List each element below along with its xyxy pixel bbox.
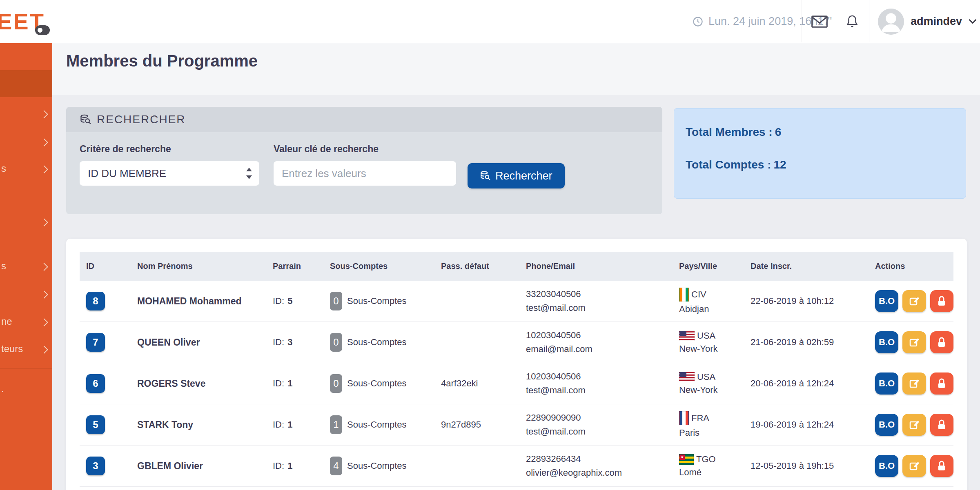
total-members: Total Membres :6 [686,126,781,139]
sidebar-item-label: ne [0,316,12,327]
lock-button[interactable] [930,455,953,477]
country-code: FRA [691,413,709,423]
lock-button[interactable] [930,331,953,353]
email: olivier@keographix.com [526,468,622,478]
search-button[interactable]: Rechercher [468,163,565,188]
sidebar-item[interactable] [0,133,52,150]
password-cell [433,446,519,486]
password-cell [433,322,519,363]
id-cell: 6 [80,363,131,404]
header-divider [869,0,869,42]
back-office-button[interactable]: B.O [875,290,898,312]
sidebar-footer-item[interactable]: . [0,381,52,397]
sidebar-item[interactable] [0,286,52,302]
sous-comptes-cell: 0 Sous-Comptes [323,363,433,404]
parrain-cell: ID:1 [265,446,323,486]
email: test@mail.com [526,385,586,396]
sidebar-item-label: s [0,163,6,174]
top-header: EET Lun. 24 juin 2019, 16h17' [0,0,980,43]
col-header-pays-ville: Pays/Ville [670,252,741,281]
lock-button[interactable] [930,414,953,436]
edit-icon [909,337,920,348]
sidebar-item[interactable]: teurs [0,341,52,357]
header-divider [802,0,802,42]
sous-comptes-cell: 4 Sous-Comptes [323,446,433,486]
col-header-phone-email: Phone/Email [519,252,670,281]
sidebar-toggle[interactable] [35,25,50,35]
id-cell: 8 [80,281,131,321]
chevron-right-icon [40,110,48,118]
user-menu[interactable]: admindev [878,0,977,43]
email: test@mail.com [526,303,586,313]
date-inscription-cell: 12-05-2019 à 19h:15 [741,446,855,486]
back-office-button[interactable]: B.O [875,331,898,353]
criteria-select[interactable]: ID DU MEMBRE [80,161,259,186]
search-panel: RECHERCHER Critère de recherche ID DU ME… [66,107,662,214]
app-logo: EET [0,0,45,43]
col-header-sous-comptes: Sous-Comptes [323,252,433,281]
edit-button[interactable] [902,290,926,312]
lock-button[interactable] [930,290,953,312]
sidebar-item-active[interactable] [0,70,52,97]
phone: 22893266434 [526,454,622,464]
phone-email-cell: 10203040506 test@mail.com [519,363,670,404]
sidebar-item[interactable]: s [0,160,52,177]
title-strip: Membres du Programme [52,43,980,95]
edit-button[interactable] [902,414,926,436]
chevron-right-icon [40,138,48,146]
sidebar-item[interactable]: ne [0,313,52,330]
edit-button[interactable] [902,372,926,395]
lock-icon [936,419,947,430]
city: Lomé [679,467,716,478]
parrain-cell: ID:5 [265,281,323,321]
search-panel-header: RECHERCHER [66,107,662,132]
edit-button[interactable] [902,455,926,477]
phone: 22890909090 [526,412,586,423]
back-office-button[interactable]: B.O [875,414,898,436]
database-search-icon [80,114,91,125]
email: test@mail.com [526,426,586,437]
lock-icon [936,337,947,348]
country-flag-icon [679,454,694,465]
phone: 10203040506 [526,330,592,341]
edit-icon [909,378,920,389]
actions-cell: B.O [855,446,953,486]
password-cell: 4arf32eki [433,363,519,404]
back-office-button[interactable]: B.O [875,455,898,477]
sidebar-nav: ssneteurs . [0,43,52,490]
sidebar-item[interactable] [0,213,52,230]
lock-button[interactable] [930,372,953,395]
members-table: ID Nom Prénoms Parrain Sous-Comptes Pass… [80,252,953,487]
chevron-right-icon [40,263,48,271]
sub-count-badge: 1 [330,415,342,434]
table-row: 3 GBLEM Olivier ID:1 4 Sous-Comptes 2289… [80,446,953,487]
member-id-badge: 7 [86,333,105,352]
database-search-icon [480,171,490,181]
col-header-name: Nom Prénoms [131,252,265,281]
sub-count-badge: 0 [330,374,342,393]
chevron-down-icon [969,19,977,24]
country-code: USA [697,372,715,382]
notifications-button[interactable] [844,13,861,30]
phone-email-cell: 10203040506 email@mail.com [519,322,670,363]
sub-count-badge: 0 [330,292,342,310]
pays-ville-cell: TGO Lomé [670,446,741,486]
phone: 33203040506 [526,289,586,299]
search-input[interactable] [274,161,456,186]
sidebar-item[interactable] [0,105,52,122]
edit-button[interactable] [902,331,926,353]
city: New-York [679,344,718,354]
country-flag-icon [679,288,689,302]
member-id-badge: 6 [86,374,105,393]
back-office-button[interactable]: B.O [875,372,898,395]
sidebar-item[interactable]: s [0,258,52,274]
members-table-card: ID Nom Prénoms Parrain Sous-Comptes Pass… [66,239,967,490]
chevron-right-icon [40,290,48,299]
sidebar-item-label: teurs [0,343,23,355]
criteria-label: Critère de recherche [80,144,259,155]
search-panel-title: RECHERCHER [97,113,186,126]
pays-ville-cell: CIV Abidjan [670,281,741,321]
sidebar-item-label: s [0,260,6,272]
pays-ville-cell: USA New-York [670,322,741,363]
messages-button[interactable] [811,13,828,30]
